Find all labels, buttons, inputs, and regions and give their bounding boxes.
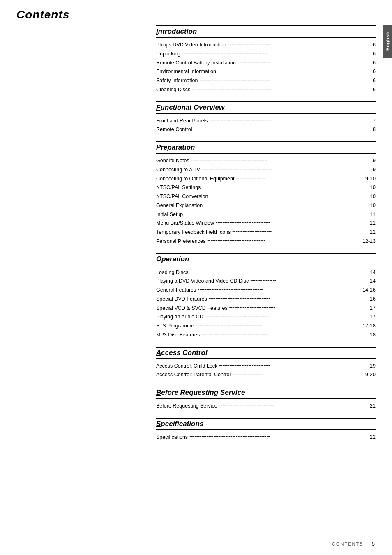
toc-label: Unpacking: [156, 50, 181, 58]
toc-label: Cleaning Discs: [156, 86, 191, 94]
toc-entry: Personal Preferences--------------------…: [156, 237, 376, 246]
toc-entry: MP3 Disc Features-----------------------…: [156, 331, 376, 339]
section-title-operation: Operation: [156, 255, 189, 263]
toc-dots: -----------------: [235, 174, 364, 182]
toc-dots: -------------------------------------: [204, 312, 364, 320]
toc-entry: Connecting to Optional Equipment--------…: [156, 175, 376, 183]
toc-label: NTSC/PAL Conversion: [156, 193, 209, 200]
toc-entry: General Notes---------------------------…: [156, 157, 376, 165]
toc-page: 17: [364, 304, 376, 312]
toc-label: Special VCD & SVCD Features: [156, 304, 228, 312]
toc-dots: ---------------------------------------: [195, 321, 362, 329]
toc-label: Connecting to Optional Equipment: [156, 175, 235, 183]
toc-entry: Front and Rear Panels-------------------…: [156, 117, 376, 125]
toc-label: MP3 Disc Features: [156, 331, 201, 339]
toc-dots: --------------------------------------: [203, 201, 364, 209]
toc-page: 9: [364, 166, 376, 174]
toc-entry: NTSC/PAL Conversion---------------------…: [156, 193, 376, 201]
toc-entry: Remote Control--------------------------…: [156, 126, 376, 134]
toc-entry: Specifications--------------------------…: [156, 433, 376, 442]
toc-label: Safety Information: [156, 77, 198, 85]
toc-page: 6: [364, 77, 376, 85]
toc-entry: Access Control: Parental Control--------…: [156, 371, 376, 379]
section-title-access-control: Access Control: [156, 349, 208, 357]
toc-page: 10: [364, 193, 376, 200]
toc-page: 6: [364, 41, 376, 49]
toc-entry: Menu Bar/Status Window------------------…: [156, 219, 376, 228]
toc-label: FTS Programme: [156, 322, 195, 330]
toc-dots: ----------------------------------: [206, 237, 362, 245]
toc-page: 6: [364, 50, 376, 58]
toc-entry: Access Control: Child Lock--------------…: [156, 362, 376, 371]
toc-dots: ----------------------------------------…: [181, 49, 364, 58]
toc-label: Personal Preferences: [156, 237, 206, 245]
toc-entry: Remote Control Battery Installation-----…: [156, 59, 376, 67]
section-title-preparation: Preparation: [156, 143, 195, 151]
toc-page: 18: [364, 331, 376, 339]
toc-entry: Environmental Information---------------…: [156, 68, 376, 76]
toc-dots: ------------------------------: [217, 67, 364, 75]
section-operation: OperationLoading Discs------------------…: [156, 253, 376, 339]
toc-label: General Features: [156, 286, 197, 294]
page-title: Contents: [0, 0, 392, 25]
toc-page: 19-20: [362, 371, 376, 379]
toc-label: Specifications: [156, 433, 189, 441]
toc-page: 17: [364, 313, 376, 321]
toc-entry: Playing an Audio CD---------------------…: [156, 313, 376, 321]
section-preparation: PreparationGeneral Notes----------------…: [156, 141, 376, 246]
toc-dots: -------------------------: [227, 40, 364, 48]
toc-page: 19: [364, 362, 376, 370]
toc-page: 14: [364, 269, 376, 276]
toc-entry: Unpacking-------------------------------…: [156, 50, 376, 58]
toc-dots: ----------------------------------------…: [198, 76, 364, 84]
toc-page: 6: [364, 59, 376, 67]
toc-dots: --------------------------------------: [197, 286, 362, 294]
toc-label: Remote Control Battery Installation: [156, 59, 237, 67]
footer-page: 5: [372, 541, 376, 547]
toc-label: Access Control: Parental Control: [156, 371, 231, 379]
toc-page: 6: [364, 68, 376, 76]
toc-entry: Cleaning Discs--------------------------…: [156, 86, 376, 94]
toc-label: Playing a DVD Video and Video CD Disc: [156, 277, 249, 285]
toc-page: 17-18: [362, 322, 376, 330]
side-tab: English: [383, 25, 392, 58]
toc-entry: Safety Information----------------------…: [156, 77, 376, 85]
toc-entry: Playing a DVD Video and Video CD Disc---…: [156, 277, 376, 286]
section-before-requesting-service: Before Requesting ServiceBefore Requesti…: [156, 387, 376, 410]
toc-page: 12-13: [362, 237, 376, 245]
footer-label: Contents: [332, 541, 364, 546]
toc-page: 22: [364, 433, 376, 441]
toc-dots: ----------------------------------------…: [190, 156, 364, 164]
toc-entry: Initial Setup---------------------------…: [156, 211, 376, 219]
toc-page: 10: [364, 202, 376, 210]
toc-entry: Special DVD Features--------------------…: [156, 295, 376, 304]
section-title-specifications: Specifications: [156, 420, 203, 428]
toc-label: Initial Setup: [156, 211, 184, 219]
section-title-before-requesting-service: Before Requesting Service: [156, 389, 245, 396]
toc-label: Front and Rear Panels: [156, 117, 209, 125]
toc-dots: ------------------------------------: [209, 116, 364, 124]
toc-page: 9-10: [364, 175, 376, 183]
section-title-introduction: Introduction: [156, 28, 197, 35]
toc-label: Philips DVD Video Introduction: [156, 41, 227, 49]
toc-page: 11: [364, 219, 376, 227]
toc-label: Before Requesting Service: [156, 402, 218, 410]
toc-label: General Explanation: [156, 202, 203, 210]
toc-label: Temporary Feedback Field Icons: [156, 228, 231, 236]
toc-dots: ------------------: [231, 370, 362, 378]
toc-label: Menu Bar/Status Window: [156, 219, 215, 227]
toc-dots: ----------------------------------------…: [201, 183, 364, 191]
toc-page: 21: [364, 402, 376, 410]
toc-entry: Temporary Feedback Field Icons----------…: [156, 228, 376, 237]
toc-page: 7: [364, 117, 376, 125]
toc-dots: -----------------------------------: [209, 192, 364, 200]
toc-label: NTSC/PAL Settings: [156, 184, 201, 191]
toc-label: Connecting to a TV: [156, 166, 201, 174]
toc-entry: Before Requesting Service---------------…: [156, 402, 376, 410]
toc-dots: ---------------: [249, 276, 364, 285]
section-specifications: SpecificationsSpecifications------------…: [156, 418, 376, 442]
toc-page: 8: [364, 126, 376, 134]
toc-page: 14-16: [362, 286, 376, 294]
toc-dots: ---------------------------------------: [201, 330, 364, 339]
toc-dots: ------------------------------------: [208, 295, 364, 303]
